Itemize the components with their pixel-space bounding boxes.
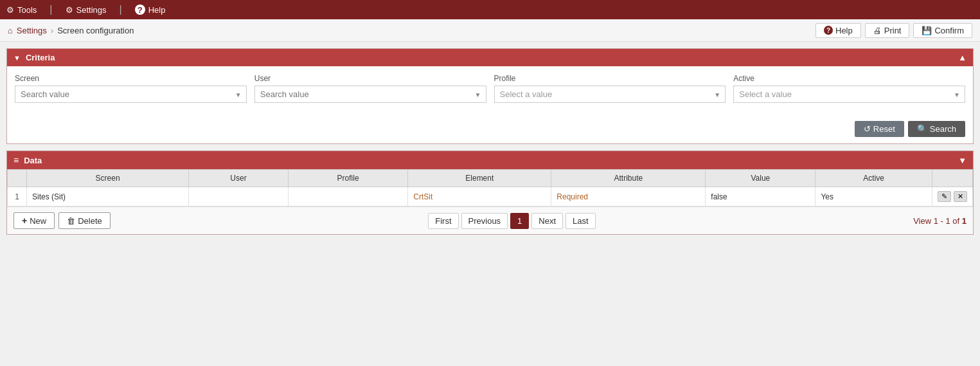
criteria-body: Screen User Profile — [7, 66, 973, 117]
profile-label: Profile — [494, 74, 726, 83]
print-btn-label: Print — [884, 26, 902, 35]
row-profile-0 — [288, 187, 407, 206]
screen-input[interactable] — [15, 86, 247, 103]
breadcrumb-bar: ⌂ Settings › Screen configuration ? Help… — [0, 19, 980, 42]
row-num-0: 1 — [8, 187, 27, 206]
screen-field: Screen — [15, 74, 247, 103]
view-info-text: View 1 - 1 of 1 — [913, 216, 967, 226]
row-user-0 — [189, 187, 289, 206]
help-circle-icon: ? — [135, 5, 145, 15]
row-element-0: CrtSit — [408, 187, 551, 206]
col-value: Value — [706, 170, 815, 187]
col-actions — [932, 170, 973, 187]
tools-label: Tools — [17, 5, 37, 15]
help-button[interactable]: ? Help — [815, 23, 861, 38]
reset-label: Reset — [873, 124, 895, 134]
delete-button[interactable]: 🗑 Delete — [58, 212, 111, 229]
home-icon: ⌂ — [8, 26, 13, 35]
row-delete-btn-0[interactable]: ✕ — [954, 191, 967, 202]
table-row: 1 Sites (Sit) CrtSit Required false Yes … — [8, 187, 973, 206]
print-icon: 🖨 — [873, 26, 882, 35]
reset-button[interactable]: ↺ Reset — [855, 121, 904, 137]
profile-select-wrapper: Select a value — [494, 86, 726, 103]
breadcrumb-current: Screen configuration — [57, 26, 134, 35]
plus-icon: + — [22, 215, 27, 226]
new-label: New — [30, 216, 46, 226]
row-edit-btn-0[interactable]: ✎ — [938, 191, 951, 202]
data-footer: + New 🗑 Delete First Previous 1 — [7, 206, 973, 234]
col-num — [8, 170, 27, 187]
help-label: Help — [148, 5, 166, 15]
top-navigation: ⚙ Tools | ⚙ Settings | ? Help — [0, 0, 980, 19]
print-button[interactable]: 🖨 Print — [865, 23, 910, 38]
col-profile: Profile — [288, 170, 407, 187]
user-select-wrapper — [254, 86, 486, 103]
user-field: User — [254, 74, 486, 103]
settings-menu[interactable]: ⚙ Settings — [66, 5, 107, 15]
search-button[interactable]: 🔍 Search — [908, 121, 965, 137]
tools-menu[interactable]: ⚙ Tools — [6, 5, 37, 15]
col-attribute: Attribute — [551, 170, 706, 187]
col-element: Element — [408, 170, 551, 187]
user-input[interactable] — [254, 86, 486, 103]
breadcrumb-settings-link[interactable]: Settings — [17, 26, 47, 35]
profile-select[interactable]: Select a value — [494, 86, 726, 103]
page-1-button[interactable]: 1 — [510, 213, 529, 229]
previous-page-button[interactable]: Previous — [461, 213, 508, 229]
active-select-wrapper: Select a value — [733, 86, 965, 103]
data-table: Screen User Profile Element Attribute Va… — [7, 169, 973, 206]
settings-icon: ⚙ — [66, 5, 73, 15]
nav-separator-2: | — [120, 4, 122, 15]
criteria-collapse-btn[interactable]: ▲ — [958, 53, 967, 62]
confirm-icon: 💾 — [922, 26, 932, 35]
first-label: First — [435, 216, 451, 226]
criteria-title: Criteria — [26, 53, 55, 62]
pagination: First Previous 1 Next Last — [428, 213, 595, 229]
active-field: Active Select a value — [733, 74, 965, 103]
view-info: View 1 - 1 of 1 — [913, 216, 967, 226]
help-btn-icon: ? — [824, 26, 833, 35]
reset-icon: ↺ — [864, 124, 871, 134]
breadcrumb-actions: ? Help 🖨 Print 💾 Confirm — [815, 23, 972, 38]
active-label: Active — [733, 74, 965, 83]
tools-icon: ⚙ — [6, 5, 14, 15]
row-actions-0: ✎ ✕ — [932, 187, 973, 206]
user-label: User — [254, 74, 486, 83]
col-user: User — [189, 170, 289, 187]
last-page-button[interactable]: Last — [566, 213, 596, 229]
col-screen: Screen — [27, 170, 189, 187]
last-label: Last — [573, 216, 589, 226]
nav-separator-1: | — [49, 4, 52, 15]
screen-select-wrapper — [15, 86, 247, 103]
search-label: Search — [930, 124, 956, 134]
list-icon: ≡ — [13, 155, 19, 165]
breadcrumb: ⌂ Settings › Screen configuration — [8, 26, 134, 35]
data-table-body: 1 Sites (Sit) CrtSit Required false Yes … — [8, 187, 973, 206]
data-header: ≡ Data ▼ — [7, 151, 973, 169]
delete-label: Delete — [78, 216, 102, 226]
confirm-button[interactable]: 💾 Confirm — [913, 23, 972, 38]
main-content: ▼ Criteria ▲ Screen User — [0, 42, 980, 241]
help-menu[interactable]: ? Help — [135, 5, 166, 15]
row-active-0: Yes — [815, 187, 932, 206]
trash-icon: 🗑 — [67, 216, 75, 226]
data-section: ≡ Data ▼ Screen User Profile Element Att… — [6, 151, 974, 235]
help-btn-label: Help — [835, 26, 853, 35]
settings-label: Settings — [76, 5, 107, 15]
search-icon: 🔍 — [917, 124, 927, 134]
row-value-0: false — [706, 187, 815, 206]
profile-field: Profile Select a value — [494, 74, 726, 103]
next-label: Next — [539, 216, 556, 226]
data-collapse-btn[interactable]: ▼ — [958, 156, 967, 165]
next-page-button[interactable]: Next — [531, 213, 563, 229]
active-select[interactable]: Select a value — [733, 86, 965, 103]
col-active: Active — [815, 170, 932, 187]
table-header-row: Screen User Profile Element Attribute Va… — [8, 170, 973, 187]
page-1-label: 1 — [517, 216, 522, 226]
confirm-btn-label: Confirm — [934, 26, 964, 35]
screen-label: Screen — [15, 74, 247, 83]
previous-label: Previous — [468, 216, 501, 226]
filter-icon: ▼ — [13, 54, 21, 62]
first-page-button[interactable]: First — [428, 213, 458, 229]
new-button[interactable]: + New — [13, 212, 55, 229]
